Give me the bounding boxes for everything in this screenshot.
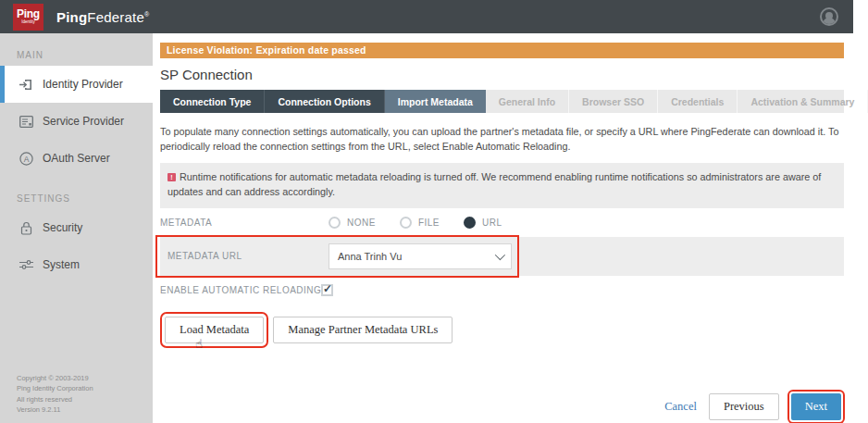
metadata-radio-group: NONE FILE URL <box>329 217 502 229</box>
radio-circle-icon[interactable] <box>329 217 341 229</box>
automatic-reloading-row: ENABLE AUTOMATIC RELOADING <box>160 282 844 299</box>
dropdown-selected-value: Anna Trinh Vu <box>338 251 402 262</box>
tab-connection-options[interactable]: Connection Options <box>265 90 384 113</box>
copyright-line: Copyright © 2003-2019 <box>17 373 93 384</box>
ping-identity-logo: Ping Identity <box>13 4 43 31</box>
sidebar-item-label: System <box>43 258 80 271</box>
copyright-block: Copyright © 2003-2019 Ping Identity Corp… <box>17 373 93 417</box>
server-icon <box>19 114 33 129</box>
wizard-actions: Cancel Previous Next <box>664 393 844 420</box>
previous-button[interactable]: Previous <box>709 393 779 420</box>
metadata-url-label: METADATA URL <box>167 251 336 261</box>
sidebar-item-label: Service Provider <box>43 115 124 128</box>
metadata-url-row: METADATA URL Anna Trinh Vu <box>160 237 844 276</box>
metadata-buttons-row: Load Metadata Manage Partner Metadata UR… <box>160 317 844 343</box>
sliders-icon <box>19 257 33 272</box>
chevron-down-icon <box>495 249 505 259</box>
metadata-row: METADATA NONE FILE URL <box>160 215 844 231</box>
tab-activation-summary: Activation & Summary <box>738 90 868 113</box>
sidebar-item-identity-provider[interactable]: Identity Provider <box>0 66 153 103</box>
sidebar-section-main: MAIN <box>0 50 153 60</box>
sidebar-item-label: Security <box>43 221 82 234</box>
sign-in-icon <box>19 77 33 92</box>
tab-browser-sso: Browser SSO <box>569 90 658 113</box>
load-metadata-button[interactable]: Load Metadata <box>165 317 264 343</box>
top-bar: Ping Identity PingFederate® <box>0 0 853 33</box>
metadata-label: METADATA <box>160 218 329 228</box>
manage-partner-metadata-urls-button[interactable]: Manage Partner Metadata URLs <box>273 317 453 343</box>
logo-text: Ping <box>17 8 40 19</box>
runtime-notification-warning: !Runtime notifications for automatic met… <box>160 163 844 207</box>
enable-automatic-reloading-label: ENABLE AUTOMATIC RELOADING <box>160 285 329 295</box>
sidebar-item-security[interactable]: Security <box>0 209 153 246</box>
tab-credentials: Credentials <box>658 90 738 113</box>
sidebar-item-oauth-server[interactable]: A OAuth Server <box>0 140 153 177</box>
sidebar-section-settings: SETTINGS <box>0 193 153 204</box>
cancel-link[interactable]: Cancel <box>664 400 697 414</box>
sidebar-item-system[interactable]: System <box>0 246 153 283</box>
radio-selected-icon[interactable] <box>464 217 476 229</box>
main-content: License Violation: Expiration date passe… <box>153 33 853 423</box>
svg-text:A: A <box>23 154 29 163</box>
page-title: SP Connection <box>160 67 844 82</box>
pingfederate-app: Ping Identity PingFederate® MAIN Identit… <box>0 0 853 423</box>
radio-url[interactable]: URL <box>464 217 502 229</box>
warning-text: Runtime notifications for automatic meta… <box>167 171 821 197</box>
logo-subtext: Identity <box>21 20 35 25</box>
metadata-url-dropdown[interactable]: Anna Trinh Vu <box>329 243 512 269</box>
oauth-icon: A <box>19 151 33 166</box>
wizard-tabs: Connection Type Connection Options Impor… <box>160 90 844 113</box>
sidebar-item-label: Identity Provider <box>43 78 123 91</box>
sidebar: MAIN Identity Provider Service Provider … <box>0 33 153 423</box>
enable-automatic-reloading-checkbox[interactable] <box>321 284 333 296</box>
tab-connection-type[interactable]: Connection Type <box>160 90 265 113</box>
product-title: PingFederate® <box>56 9 149 25</box>
next-button[interactable]: Next <box>791 393 841 420</box>
radio-none[interactable]: NONE <box>329 217 376 229</box>
tab-general-info: General Info <box>486 90 569 113</box>
lock-icon <box>19 220 33 235</box>
version-line: Version 9.2.11 <box>17 404 93 416</box>
alert-icon: ! <box>167 173 176 181</box>
copyright-line: All rights reserved <box>17 394 93 405</box>
user-avatar-icon[interactable] <box>820 7 838 26</box>
sidebar-item-service-provider[interactable]: Service Provider <box>0 103 153 140</box>
intro-text: To populate many connection settings aut… <box>160 125 844 154</box>
license-violation-banner: License Violation: Expiration date passe… <box>160 43 844 58</box>
copyright-line: Ping Identity Corporation <box>17 383 93 394</box>
radio-circle-icon[interactable] <box>400 217 412 229</box>
sidebar-item-label: OAuth Server <box>43 152 110 165</box>
radio-file[interactable]: FILE <box>400 217 440 229</box>
tab-import-metadata[interactable]: Import Metadata <box>385 90 486 113</box>
